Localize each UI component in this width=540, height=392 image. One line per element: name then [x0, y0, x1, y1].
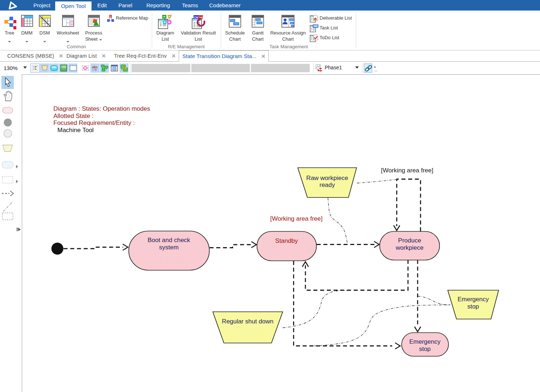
svg-text:OK: OK [194, 16, 199, 19]
svg-text:[Working area free]: [Working area free] [381, 167, 433, 174]
svg-text:stop: stop [467, 303, 479, 310]
svg-text:system: system [159, 244, 179, 251]
svg-text:Boot and check: Boot and check [147, 237, 190, 244]
svg-text:workpiece: workpiece [395, 244, 424, 251]
svg-text:Regular shut down: Regular shut down [222, 318, 273, 325]
svg-text:Raw workpiece: Raw workpiece [306, 175, 348, 181]
svg-text:stop: stop [419, 346, 431, 352]
svg-text:Produce: Produce [398, 237, 421, 244]
svg-text:Emergency: Emergency [409, 338, 440, 345]
svg-text:ready: ready [320, 181, 335, 188]
svg-text:Standby: Standby [275, 237, 298, 244]
svg-text:[Working area free]: [Working area free] [270, 215, 322, 222]
svg-text:Focused Requirement/Entity :: Focused Requirement/Entity : [53, 119, 135, 126]
svg-text:Emergency: Emergency [458, 296, 489, 303]
svg-text:abc: abc [92, 65, 98, 69]
svg-text:Diagram : States: Operation mo: Diagram : States: Operation modes [53, 105, 150, 112]
svg-text:Machine Tool: Machine Tool [57, 127, 94, 134]
svg-text:Allotted State :: Allotted State : [53, 113, 94, 119]
